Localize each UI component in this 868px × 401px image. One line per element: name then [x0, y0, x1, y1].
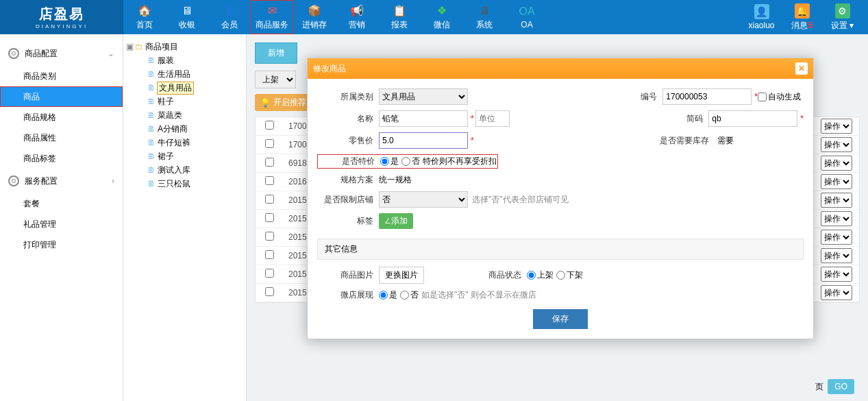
nav-进销存[interactable]: 📦进销存 — [293, 0, 336, 34]
tree-item[interactable]: 🗎生活用品 — [138, 67, 243, 81]
nav-icon: 📢 — [349, 4, 364, 18]
tree-item[interactable]: 🗎服装 — [138, 53, 243, 67]
file-icon: 🗎 — [147, 179, 156, 189]
tree-item[interactable]: 🗎文具用品 — [138, 81, 243, 95]
state-down[interactable]: 下架 — [556, 269, 583, 281]
nav-会员[interactable]: 👤会员 — [208, 0, 251, 34]
tree-item[interactable]: 🗎菜蔬类 — [138, 108, 243, 122]
nav-icon: 🏠 — [137, 4, 152, 18]
tree-item[interactable]: 🗎裙子 — [138, 149, 243, 163]
nav-首页[interactable]: 🏠首页 — [123, 0, 166, 34]
nav-settings[interactable]: ⚙ 设置 ▾ — [823, 3, 861, 32]
side-item[interactable]: 商品类别 — [0, 66, 123, 86]
name-input[interactable] — [379, 110, 468, 127]
tree-root[interactable]: ▣ 🗀 商品项目 — [126, 40, 243, 53]
row-checkbox[interactable] — [265, 195, 274, 204]
nav-商品服务[interactable]: ✉商品服务 — [251, 0, 293, 34]
add-tab[interactable]: 新增 — [255, 42, 297, 64]
side-item[interactable]: 商品 — [0, 86, 123, 107]
collapse-icon[interactable]: ▣ — [126, 42, 133, 51]
label-tag: 标签 — [317, 215, 379, 227]
code-input[interactable] — [662, 88, 752, 105]
tree-item[interactable]: 🗎牛仔短裤 — [138, 136, 243, 149]
nav-label: 系统 — [476, 19, 493, 31]
row-action[interactable]: 操作 — [821, 137, 852, 152]
label-stock: 是否需要库存 — [653, 135, 715, 147]
category-select[interactable]: 文具用品 — [379, 88, 468, 105]
nav-icon: OA — [519, 5, 534, 19]
side-item[interactable]: 商品属性 — [0, 127, 123, 148]
label-category: 所属类别 — [317, 91, 379, 103]
close-icon[interactable]: ✕ — [795, 62, 808, 75]
row-action[interactable]: 操作 — [821, 230, 852, 245]
nav-user-label: xiaoluo — [748, 21, 774, 30]
nav-label: 进销存 — [302, 19, 327, 31]
row-action[interactable]: 操作 — [821, 267, 852, 282]
wechat-no[interactable]: 否 — [400, 289, 419, 301]
nav-OA[interactable]: OAOA — [506, 0, 548, 34]
file-icon: 🗎 — [147, 69, 156, 79]
tree-item[interactable]: 🗎测试入库 — [138, 163, 243, 177]
row-checkbox[interactable] — [265, 232, 274, 241]
side-item[interactable]: 礼品管理 — [0, 214, 123, 234]
auto-gen-checkbox[interactable]: 自动生成 — [758, 91, 801, 103]
nav-收银[interactable]: 🖥收银 — [166, 0, 208, 34]
pager: 页 GO — [815, 379, 854, 394]
save-button[interactable]: 保存 — [533, 309, 588, 329]
row-checkbox[interactable] — [265, 287, 274, 296]
row-action[interactable]: 操作 — [821, 156, 852, 171]
row-checkbox[interactable] — [265, 176, 274, 185]
row-action[interactable]: 操作 — [821, 285, 852, 300]
nav-icon: 🖥 — [477, 4, 492, 18]
row-action[interactable]: 操作 — [821, 119, 852, 134]
side-item[interactable]: 套餐 — [0, 193, 123, 214]
label-state: 商品状态 — [465, 269, 527, 281]
special-no[interactable]: 否 — [401, 156, 420, 167]
restrict-select[interactable]: 否 — [379, 191, 468, 208]
shortcode-input[interactable] — [708, 110, 797, 127]
tree-item[interactable]: 🗎三只松鼠 — [138, 177, 243, 191]
row-action[interactable]: 操作 — [821, 193, 852, 208]
row-checkbox[interactable] — [265, 213, 274, 222]
label-wechat: 微店展现 — [317, 289, 379, 301]
nav-系统[interactable]: 🖥系统 — [463, 0, 506, 34]
bell-icon: 🔔 — [795, 3, 810, 19]
side-item[interactable]: 打印管理 — [0, 234, 123, 255]
nav-营销[interactable]: 📢营销 — [336, 0, 378, 34]
nav-messages[interactable]: 🔔 消息5 — [783, 3, 821, 32]
side-item[interactable]: 商品标签 — [0, 148, 123, 169]
special-yes[interactable]: 是 — [380, 156, 399, 167]
nav-微信[interactable]: ❖微信 — [421, 0, 463, 34]
go-button[interactable]: GO — [828, 379, 854, 394]
nav-user[interactable]: 👤 xiaoluo — [743, 4, 780, 30]
recommend-toggle[interactable]: 💡 开启推荐 — [255, 94, 312, 111]
row-checkbox[interactable] — [265, 269, 274, 278]
tree-label: A分销商 — [158, 123, 188, 135]
row-checkbox[interactable] — [265, 139, 274, 148]
category-tree: ▣ 🗀 商品项目 🗎服装🗎生活用品🗎文具用品🗎鞋子🗎菜蔬类🗎A分销商🗎牛仔短裤🗎… — [123, 34, 247, 401]
status-filter[interactable]: 上架 — [255, 71, 296, 88]
row-action[interactable]: 操作 — [821, 174, 852, 189]
row-action[interactable]: 操作 — [821, 248, 852, 263]
nav-报表[interactable]: 📋报表 — [378, 0, 421, 34]
unit-input[interactable] — [475, 110, 510, 127]
folder-icon: 🗀 — [135, 42, 143, 51]
tree-item[interactable]: 🗎鞋子 — [138, 95, 243, 108]
add-tag-button[interactable]: ∠添加 — [379, 213, 413, 229]
side-group-product[interactable]: 商品配置 ⌄ — [0, 41, 123, 66]
row-action[interactable]: 操作 — [821, 211, 852, 226]
side-item[interactable]: 商品规格 — [0, 107, 123, 127]
change-image-button[interactable]: 更换图片 — [379, 267, 424, 284]
nav-icon: 📋 — [392, 4, 407, 18]
price-input[interactable] — [379, 132, 468, 149]
side-group-service[interactable]: 服务配置 › — [0, 169, 123, 193]
tree-label: 文具用品 — [158, 82, 193, 94]
user-icon: 👤 — [754, 4, 769, 19]
row-checkbox[interactable] — [265, 121, 274, 130]
state-up[interactable]: 上架 — [527, 269, 554, 281]
tree-item[interactable]: 🗎A分销商 — [138, 122, 243, 136]
row-checkbox[interactable] — [265, 250, 274, 259]
wechat-yes[interactable]: 是 — [379, 289, 397, 301]
row-checkbox[interactable] — [265, 158, 274, 167]
file-icon: 🗎 — [147, 165, 156, 175]
